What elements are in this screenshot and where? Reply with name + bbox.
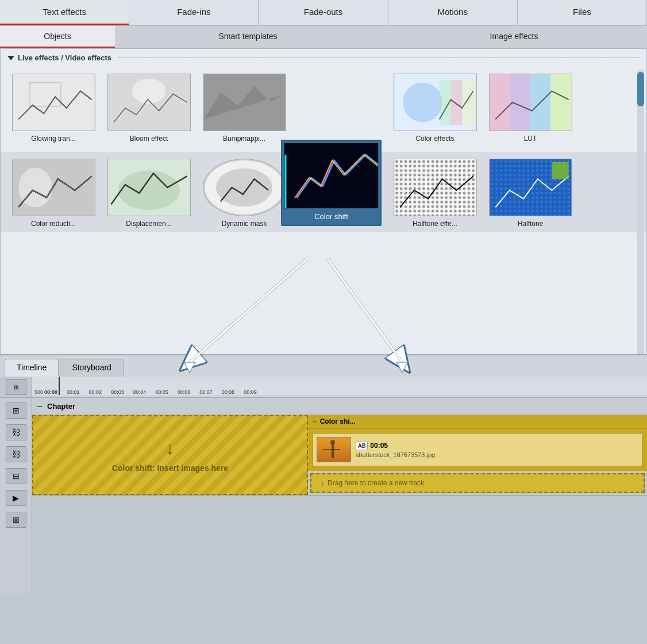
effect-thumb-lut bbox=[489, 74, 572, 131]
effect-thumb-dynamic bbox=[203, 159, 286, 216]
tab-image-effects[interactable]: Image effects bbox=[381, 26, 647, 48]
svg-rect-12 bbox=[490, 74, 510, 131]
section-title: Live effects / Video effects bbox=[18, 53, 111, 62]
timeline-body: ⊞ ⛓ ⛓ ⊟ ▶ ⊠ – Chapter ↓ Color shi bbox=[0, 398, 647, 593]
effects-row-1: Glowing tran... Bloom effect bbox=[1, 67, 646, 147]
effect-thumb-displacement bbox=[107, 159, 191, 216]
insert-text: Color shift: Insert images here bbox=[112, 463, 228, 473]
effect-label-colorreduct: Color reducti... bbox=[31, 220, 76, 228]
effect-label-bloom: Bloom effect bbox=[130, 135, 168, 143]
svg-rect-46 bbox=[323, 449, 340, 450]
insert-arrow-icon: ↓ bbox=[165, 438, 175, 459]
tool-unlink-icon[interactable]: ⛓ bbox=[6, 446, 26, 462]
effect-label-glowing: Glowing tran... bbox=[31, 135, 75, 143]
clip-time: 00:05 bbox=[370, 442, 388, 450]
effect-coloreffects[interactable]: Color effects bbox=[389, 71, 481, 145]
effect-label-halftone2: Halftone bbox=[518, 220, 544, 228]
svg-point-7 bbox=[403, 83, 442, 122]
tab-motions[interactable]: Motions bbox=[388, 0, 518, 25]
tool-scene-icon[interactable]: ⊞ bbox=[6, 402, 26, 419]
collapse-icon[interactable] bbox=[7, 56, 14, 60]
tab-files[interactable]: Files bbox=[518, 0, 647, 25]
colorshift-title: Color shi... bbox=[320, 417, 356, 425]
svg-rect-8 bbox=[439, 80, 450, 125]
effect-glowing-trans[interactable]: Glowing tran... bbox=[7, 71, 99, 145]
svg-point-19 bbox=[118, 171, 180, 210]
svg-rect-10 bbox=[462, 80, 476, 125]
tool-end-icon[interactable]: ⊠ bbox=[6, 512, 26, 528]
section-header: Live effects / Video effects bbox=[1, 49, 646, 67]
tab-objects[interactable]: Objects bbox=[0, 26, 115, 48]
effect-colorreduct[interactable]: Color reducti... bbox=[7, 156, 99, 230]
effects-panel: Live effects / Video effects Glowing tra… bbox=[0, 48, 647, 388]
drag-arrow-icon: ↓ bbox=[321, 479, 324, 487]
tool-align-icon[interactable]: ⊟ bbox=[6, 468, 26, 484]
effect-displacement[interactable]: Displacemen... bbox=[103, 156, 195, 230]
svg-point-45 bbox=[330, 440, 335, 444]
chapter-row: – Chapter bbox=[32, 398, 647, 415]
playhead bbox=[59, 377, 60, 395]
tool-icon-1[interactable]: ⊞ bbox=[6, 379, 26, 395]
insert-area[interactable]: ↓ Color shift: Insert images here bbox=[32, 415, 308, 495]
effect-thumb-halftone1 bbox=[394, 159, 477, 216]
effect-dynamic[interactable]: Dynamic mask bbox=[198, 156, 290, 230]
effect-bloom[interactable]: Bloom effect bbox=[103, 71, 195, 145]
svg-rect-25 bbox=[394, 159, 476, 216]
svg-rect-44 bbox=[332, 443, 334, 458]
tab-timeline[interactable]: Timeline bbox=[5, 359, 59, 377]
tool-link-icon[interactable]: ⛓ bbox=[6, 424, 26, 440]
chapter-label: Chapter bbox=[47, 402, 75, 411]
tab-storyboard[interactable]: Storyboard bbox=[60, 359, 123, 377]
tab-fade-outs[interactable]: Fade-outs bbox=[259, 0, 388, 25]
timeline-tools: ⊞ ⛓ ⛓ ⊟ ▶ ⊠ bbox=[0, 398, 32, 593]
tab-text-effects[interactable]: Text effects bbox=[0, 0, 129, 25]
effect-halftone2[interactable]: Halftone bbox=[484, 156, 576, 230]
effect-thumb-colorreduct bbox=[12, 159, 95, 216]
effect-lut[interactable]: LUT bbox=[484, 71, 576, 145]
colorshift-track: – Color shi... bbox=[308, 415, 647, 495]
effect-thumb-glowing bbox=[12, 74, 95, 131]
clip-item[interactable]: AB 00:05 shutterstock_187673573.jpg bbox=[313, 433, 642, 466]
clip-name: shutterstock_187673573.jpg bbox=[356, 451, 435, 458]
main-track-row: ↓ Color shift: Insert images here – Colo… bbox=[32, 415, 647, 496]
drag-here-area[interactable]: ↓ Drag here to create a new track. bbox=[310, 473, 645, 493]
tool-play-icon[interactable]: ▶ bbox=[6, 490, 26, 506]
ab-badge: AB bbox=[356, 442, 368, 450]
effect-thumb-halftone2 bbox=[489, 159, 572, 216]
effect-label-dynamic: Dynamic mask bbox=[222, 220, 267, 228]
svg-rect-15 bbox=[550, 74, 571, 131]
svg-rect-9 bbox=[450, 80, 462, 125]
scrollbar-track[interactable] bbox=[637, 70, 644, 357]
timeline-ruler: 500 00:00 00:01 00:02 00:03 00:04 00:05 … bbox=[32, 377, 647, 395]
effect-label-coloreffects: Color effects bbox=[415, 135, 454, 143]
color-shift-popup[interactable]: Color shift bbox=[281, 140, 382, 226]
scrollbar-thumb[interactable] bbox=[637, 72, 644, 106]
bottom-panel: Timeline Storyboard ⊞ 500 00:00 00:01 00… bbox=[0, 354, 647, 644]
svg-rect-29 bbox=[552, 162, 568, 179]
timeline-tabs: Timeline Storyboard bbox=[0, 355, 647, 377]
effect-halftone1[interactable]: Halftone effe... bbox=[389, 156, 481, 230]
colorshift-content: AB 00:05 shutterstock_187673573.jpg bbox=[308, 428, 647, 471]
effect-label-lut: LUT bbox=[524, 135, 537, 143]
top-tabs-bar: Text effects Fade-ins Fade-outs Motions … bbox=[0, 0, 647, 26]
effect-label-halftone1: Halftone effe... bbox=[413, 220, 457, 228]
effect-thumb-bumpmap bbox=[203, 74, 286, 131]
timeline-content: – Chapter ↓ Color shift: Insert images h… bbox=[32, 398, 647, 593]
tab-smart-templates[interactable]: Smart templates bbox=[115, 26, 381, 48]
colorshift-header: – Color shi... bbox=[308, 415, 647, 428]
effect-thumb-bloom bbox=[107, 74, 191, 131]
effect-thumb-coloreffects bbox=[394, 74, 477, 131]
svg-rect-30 bbox=[284, 143, 379, 209]
clip-info: AB 00:05 shutterstock_187673573.jpg bbox=[356, 442, 435, 458]
effect-label-bumpmap: Bumpmappi... bbox=[223, 135, 265, 143]
drag-here-text: Drag here to create a new track. bbox=[328, 479, 426, 487]
popup-label: Color shift bbox=[284, 209, 379, 223]
chapter-dash: – bbox=[37, 400, 43, 412]
tab-fade-ins[interactable]: Fade-ins bbox=[129, 0, 259, 25]
clip-thumbnail bbox=[317, 437, 351, 462]
timeline-inner: – Chapter ↓ Color shift: Insert images h… bbox=[32, 398, 647, 496]
second-tabs-bar: Objects Smart templates Image effects bbox=[0, 26, 647, 48]
effect-label-displacement: Displacemen... bbox=[126, 220, 171, 228]
effect-bumpmap[interactable]: Bumpmappi... bbox=[198, 71, 290, 145]
